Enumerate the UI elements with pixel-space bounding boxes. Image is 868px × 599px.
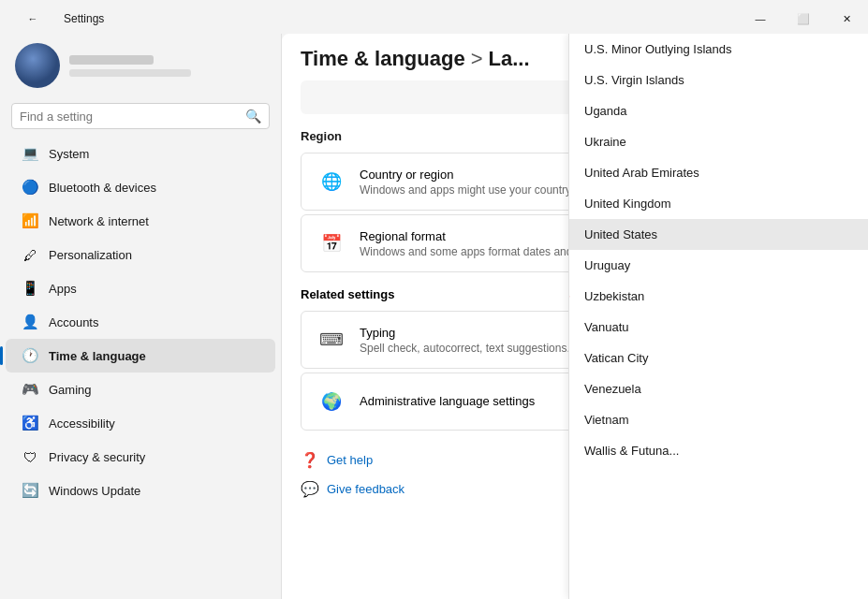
breadcrumb-2: La... <box>489 47 530 71</box>
network-icon: 📶 <box>21 212 39 230</box>
minimize-button[interactable]: — <box>739 4 782 34</box>
system-icon: 💻 <box>21 144 39 163</box>
title-bar: ← Settings — ⬜ ✕ <box>0 0 868 34</box>
window-controls: — ⬜ ✕ <box>739 4 868 34</box>
sidebar-item-apps[interactable]: 📱 Apps <box>6 271 275 305</box>
search-input[interactable] <box>20 110 240 124</box>
sidebar-label-privacy: Privacy & security <box>49 450 145 464</box>
accessibility-icon: ♿ <box>21 414 39 432</box>
bluetooth-icon: 🔵 <box>21 178 39 197</box>
link-label: Get help <box>327 453 373 467</box>
sidebar-label-network: Network & internet <box>49 214 149 228</box>
sidebar-item-time[interactable]: 🕐 Time & language <box>6 339 275 373</box>
search-icon: 🔍 <box>245 109 261 124</box>
sidebar: 🔍 💻 System 🔵 Bluetooth & devices 📶 Netwo… <box>0 34 281 599</box>
sidebar-label-accounts: Accounts <box>49 315 98 329</box>
admin-lang-text: Administrative language settings <box>360 394 535 410</box>
country-dropdown[interactable]: U.S. Minor Outlying IslandsU.S. Virgin I… <box>568 34 868 599</box>
admin-lang-icon: 🌍 <box>316 387 346 416</box>
update-icon: 🔄 <box>21 481 39 500</box>
nav-list: 💻 System 🔵 Bluetooth & devices 📶 Network… <box>0 137 281 507</box>
admin-lang-title: Administrative language settings <box>360 394 535 408</box>
personalization-icon: 🖊 <box>21 245 39 264</box>
user-name <box>69 55 154 65</box>
main-content: Time & language > La... Region 🌐 Country… <box>282 34 868 599</box>
search-box[interactable]: 🔍 <box>11 103 270 129</box>
user-info <box>69 55 191 77</box>
gaming-icon: 🎮 <box>21 380 39 399</box>
dropdown-item[interactable]: Uruguay <box>569 250 868 281</box>
sidebar-item-bluetooth[interactable]: 🔵 Bluetooth & devices <box>6 170 275 204</box>
typing-desc: Spell check, autocorrect, text suggestio… <box>360 342 576 355</box>
dropdown-item[interactable]: Uganda <box>569 95 868 126</box>
dropdown-item[interactable]: Ukraine <box>569 126 868 157</box>
avatar <box>15 43 60 88</box>
sidebar-item-system[interactable]: 💻 System <box>6 137 275 170</box>
breadcrumb-1: Time & language <box>301 47 465 71</box>
sidebar-label-accessibility: Accessibility <box>49 416 115 431</box>
dropdown-item[interactable]: Uzbekistan <box>569 281 868 312</box>
apps-icon: 📱 <box>21 279 39 298</box>
dropdown-item[interactable]: Venezuela <box>569 373 868 404</box>
privacy-icon: 🛡 <box>21 447 39 466</box>
maximize-button[interactable]: ⬜ <box>782 4 825 34</box>
dropdown-list: U.S. Minor Outlying IslandsU.S. Virgin I… <box>569 34 868 466</box>
title-bar-left: ← Settings <box>11 4 104 34</box>
sidebar-item-privacy[interactable]: 🛡 Privacy & security <box>6 440 275 474</box>
sidebar-item-network[interactable]: 📶 Network & internet <box>6 204 275 238</box>
close-button[interactable]: ✕ <box>825 4 868 34</box>
link-icon: ❓ <box>301 451 319 469</box>
dropdown-item[interactable]: U.S. Virgin Islands <box>569 65 868 95</box>
sidebar-label-gaming: Gaming <box>49 383 92 397</box>
link-label: Give feedback <box>327 482 405 496</box>
dropdown-item[interactable]: U.S. Minor Outlying Islands <box>569 34 868 65</box>
sidebar-item-accounts[interactable]: 👤 Accounts <box>6 305 275 339</box>
sidebar-item-update[interactable]: 🔄 Windows Update <box>6 474 275 507</box>
time-icon: 🕐 <box>21 346 39 365</box>
sidebar-item-accessibility[interactable]: ♿ Accessibility <box>6 406 275 440</box>
dropdown-item[interactable]: Wallis & Futuna... <box>569 435 868 466</box>
link-icon: 💬 <box>301 480 319 498</box>
dropdown-item[interactable]: Vanuatu <box>569 312 868 343</box>
dropdown-item[interactable]: Vietnam <box>569 404 868 435</box>
regional-format-icon: 📅 <box>316 228 346 258</box>
sidebar-label-time: Time & language <box>49 349 146 363</box>
dropdown-item[interactable]: Vatican City <box>569 343 868 373</box>
user-profile[interactable] <box>0 34 281 99</box>
country-icon: 🌐 <box>316 167 346 197</box>
typing-icon: ⌨ <box>316 325 346 355</box>
dropdown-item[interactable]: United States <box>569 219 868 250</box>
sidebar-label-apps: Apps <box>49 282 77 296</box>
sidebar-label-update: Windows Update <box>49 484 140 498</box>
sidebar-label-system: System <box>49 147 89 161</box>
app-title: Settings <box>64 12 104 25</box>
app-body: 🔍 💻 System 🔵 Bluetooth & devices 📶 Netwo… <box>0 34 868 599</box>
sidebar-item-personalization[interactable]: 🖊 Personalization <box>6 238 275 271</box>
typing-card-text: Typing Spell check, autocorrect, text su… <box>360 326 576 355</box>
accounts-icon: 👤 <box>21 313 39 331</box>
user-email <box>69 69 191 77</box>
typing-title: Typing <box>360 326 576 340</box>
dropdown-item[interactable]: United Arab Emirates <box>569 157 868 188</box>
dropdown-item[interactable]: United Kingdom <box>569 188 868 219</box>
sidebar-item-gaming[interactable]: 🎮 Gaming <box>6 373 275 406</box>
back-button[interactable]: ← <box>11 4 54 34</box>
sidebar-label-personalization: Personalization <box>49 248 132 262</box>
sidebar-label-bluetooth: Bluetooth & devices <box>49 181 156 195</box>
breadcrumb-separator: > <box>471 47 483 71</box>
